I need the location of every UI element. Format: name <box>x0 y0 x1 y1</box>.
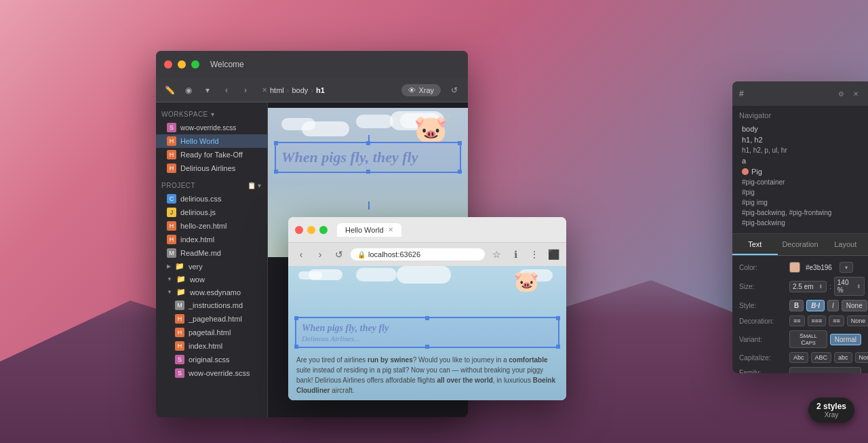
navigator-section: Navigator body h1, h2 h1, h2, p, ul, hr … <box>732 106 868 234</box>
browser-minimize[interactable] <box>307 226 315 234</box>
sidebar-item-index-html[interactable]: H index.html <box>156 233 267 246</box>
sidebar-item-index-html2[interactable]: H index.html <box>156 339 267 353</box>
browser-hero-area: 🐷 <box>288 266 566 317</box>
style-bold-italic-button[interactable]: B·I <box>806 300 825 311</box>
color-swatch[interactable] <box>789 262 800 273</box>
sidebar-item-delirious-css[interactable]: C delirious.css <box>156 192 267 206</box>
triangle-icon: ▼ <box>167 289 172 295</box>
browser-maximize[interactable] <box>319 226 328 234</box>
nav-item-pig-container[interactable]: #pig-container <box>739 177 861 187</box>
dropdown-button[interactable]: ▾ <box>199 82 216 98</box>
decoration-underline-button[interactable]: ≡≡ <box>789 315 805 326</box>
forward-button[interactable]: › <box>237 82 254 98</box>
nav-item-body[interactable]: body <box>739 123 861 134</box>
editor-titlebar: Welcome <box>156 51 468 78</box>
folder-name: wow.esdynamo <box>190 288 241 296</box>
back-button[interactable]: ‹ <box>218 82 235 98</box>
styles-badge[interactable]: 2 styles Xray <box>808 398 854 423</box>
file-name: pagetail.html <box>189 328 231 336</box>
capitalize-lower-button[interactable]: abc <box>834 352 852 363</box>
sidebar-item-pagetail[interactable]: H pagetail.html <box>156 326 267 339</box>
variant-normal-button[interactable]: Normal <box>830 334 861 345</box>
sidebar-item-delirious-js[interactable]: J delirious.js <box>156 206 267 219</box>
inspector-settings-icon[interactable]: ⚙ <box>835 88 846 99</box>
sidebar-item-wow-esdynamo[interactable]: ▼ 📁 wow.esdynamo <box>156 286 267 298</box>
nav-item-h1h2[interactable]: h1, h2 <box>739 134 861 145</box>
color-label: Color: <box>739 264 787 271</box>
browser-back-button[interactable]: ‹ <box>294 247 309 262</box>
capitalize-none-button[interactable]: None <box>855 352 868 363</box>
sidebar-item-wow-override2[interactable]: S wow-override.scss <box>156 366 267 380</box>
view-toggle-button[interactable]: ◉ <box>180 82 197 98</box>
sidebar-item-instructions[interactable]: M _instructions.md <box>156 298 267 312</box>
style-none-button[interactable]: None <box>842 300 867 311</box>
sidebar-item-readme[interactable]: M ReadMe.md <box>156 246 267 260</box>
xray-label: Xray <box>418 86 434 94</box>
sidebar-item-wow[interactable]: ▼ 📁 wow <box>156 273 267 286</box>
browser-tab[interactable]: Hello World ✕ <box>337 223 401 237</box>
style-label: Style: <box>739 302 787 309</box>
cloud-2 <box>302 121 349 136</box>
nav-item-h1h2pul[interactable]: h1, h2, p, ul, hr <box>739 145 861 155</box>
browser-screenshot[interactable]: ⬛ <box>546 247 561 262</box>
inspector-close-icon[interactable]: ✕ <box>850 88 861 99</box>
info-button[interactable]: ℹ <box>508 247 523 262</box>
nav-item-pig-wings[interactable]: #pig-backwing, #pig-frontwing <box>739 208 861 218</box>
selection-handle-bottom <box>368 201 370 210</box>
variant-small-caps-button[interactable]: SMALL CAPS <box>789 330 827 348</box>
file-sidebar: Workspace ▾ S wow-override.scss H Hello … <box>156 102 268 417</box>
capitalize-title-button[interactable]: Abc <box>789 352 808 363</box>
style-italic-button[interactable]: I <box>827 300 839 311</box>
nav-item-pig[interactable]: Pig <box>739 166 861 177</box>
refresh-button[interactable]: ↺ <box>446 82 462 98</box>
browser-refresh-button[interactable]: ↺ <box>332 247 347 262</box>
sidebar-item-very[interactable]: ▶ 📁 very <box>156 260 267 273</box>
sidebar-item-pagehead[interactable]: H _pagehead.html <box>156 312 267 326</box>
triangle-icon: ▶ <box>167 263 171 269</box>
nav-item-pig-backwing[interactable]: #pig-backwing <box>739 218 861 228</box>
sidebar-item-delirious[interactable]: H Delirious Airlines <box>156 161 267 175</box>
sidebar-item-hello-zen[interactable]: H hello-zen.html <box>156 219 267 233</box>
xray-button[interactable]: 👁 Xray <box>401 84 441 96</box>
tab-decoration-label: Decoration <box>782 240 818 248</box>
bookmark-button[interactable]: ☆ <box>489 247 504 262</box>
url-bar[interactable]: 🔒 localhost:63626 <box>351 248 485 261</box>
size-percent-input[interactable]: 140 % ⬍ <box>834 277 865 296</box>
capitalize-upper-button[interactable]: ABC <box>811 352 832 363</box>
sidebar-item-original-scss[interactable]: S original.scss <box>156 353 267 366</box>
maximize-button[interactable] <box>191 60 199 69</box>
close-button[interactable] <box>164 60 172 69</box>
color-input[interactable]: #e3b196 <box>803 263 837 273</box>
handle-tl <box>294 316 298 320</box>
nav-item-pig-id[interactable]: #pig <box>739 187 861 197</box>
tab-text[interactable]: Text <box>732 234 778 255</box>
sidebar-item-ready-takeoff[interactable]: H Ready for Take-Off <box>156 148 267 161</box>
folder-name: wow <box>190 275 205 284</box>
decoration-overline-button[interactable]: ≡≡ <box>829 315 844 326</box>
breadcrumb-h1[interactable]: h1 <box>316 86 325 94</box>
decoration-strikethrough-button[interactable]: ≡≡≡ <box>808 315 827 326</box>
workspace-label: Workspace <box>161 111 208 118</box>
nav-item-a[interactable]: a <box>739 155 861 166</box>
decoration-none-button[interactable]: None <box>847 315 868 326</box>
tab-decoration[interactable]: Decoration <box>778 234 823 255</box>
browser-forward-button[interactable]: › <box>313 247 328 262</box>
capitalize-label: Capitalize: <box>739 354 787 362</box>
breadcrumb-html[interactable]: html <box>270 86 284 94</box>
style-bold-button[interactable]: B <box>789 300 804 311</box>
color-expand-button[interactable]: ▾ <box>840 262 853 273</box>
minimize-button[interactable] <box>178 60 186 69</box>
family-input[interactable] <box>789 367 861 373</box>
sidebar-item-hello-world[interactable]: H Hello World <box>156 134 267 148</box>
nav-item-pig-img[interactable]: #pig img <box>739 197 861 208</box>
breadcrumb-body[interactable]: body <box>292 86 308 94</box>
browser-close[interactable] <box>295 226 303 234</box>
tab-close-icon[interactable]: ✕ <box>388 226 393 233</box>
scss-icon: S <box>175 368 184 378</box>
sidebar-item-wow-override[interactable]: S wow-override.scss <box>156 121 267 134</box>
edit-tool-button[interactable]: ✏️ <box>161 82 178 98</box>
menu-button[interactable]: ⋮ <box>527 247 542 262</box>
size-input[interactable]: 2.5 em ⬍ <box>789 281 827 292</box>
size-row: Size: 2.5 em ⬍ : 140 % ⬍ <box>739 275 861 298</box>
tab-layout[interactable]: Layout <box>823 234 868 255</box>
